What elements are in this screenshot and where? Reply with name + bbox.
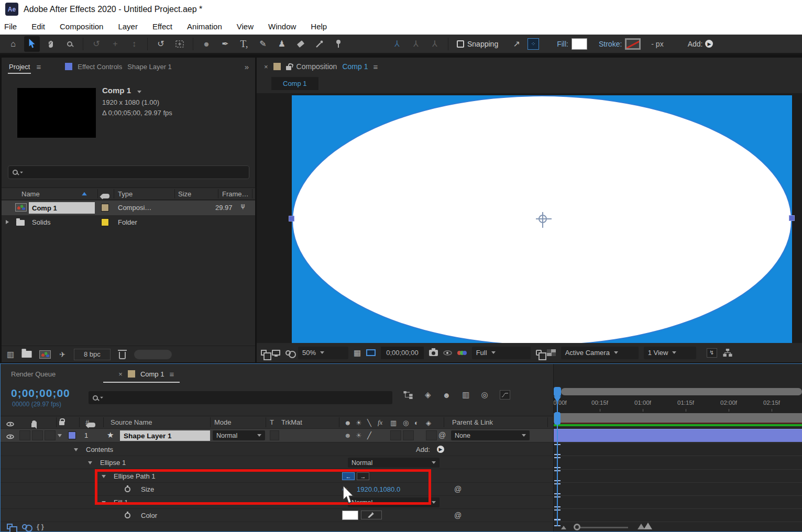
fill-color-swatch[interactable]	[342, 511, 358, 520]
viewer-panel-title[interactable]: Composition	[296, 62, 337, 71]
viewer-timecode[interactable]: 0;00;00;00	[381, 347, 423, 359]
column-frame-rate[interactable]: Frame…	[222, 190, 249, 198]
view-axis-mode-icon[interactable]: ⅄	[427, 36, 443, 52]
layer-row-shape-layer-1[interactable]: 1 ★ Shape Layer 1 Normal ☻ ☀ ╱ @ None	[1, 429, 553, 442]
fast-preview-icon[interactable]: ↯	[707, 348, 717, 358]
contents-row[interactable]: Contents Add: ▶	[1, 443, 553, 456]
timeline-timecode[interactable]: 0;00;00;00	[11, 387, 70, 400]
timeline-search-box[interactable]	[89, 391, 392, 404]
tab-comp1-view[interactable]: Comp 1	[271, 77, 318, 90]
work-area-bar[interactable]	[554, 413, 802, 423]
solo-cell[interactable]	[32, 430, 43, 440]
color-pickwhip-icon[interactable]: @	[454, 511, 462, 519]
close-icon[interactable]: ×	[118, 370, 123, 378]
menu-help[interactable]: Help	[311, 22, 327, 31]
snap-arrow-icon[interactable]: ↗	[509, 36, 524, 52]
menu-layer[interactable]: Layer	[118, 22, 138, 31]
menu-animation[interactable]: Animation	[187, 22, 222, 31]
menu-view[interactable]: View	[237, 22, 254, 31]
layer-visibility-eye-icon[interactable]	[6, 435, 14, 439]
column-parent-link[interactable]: Parent & Link	[452, 418, 493, 426]
color-row[interactable]: Color @	[1, 509, 553, 522]
effects-fx-icon[interactable]: fx	[378, 418, 382, 427]
playhead-head[interactable]	[554, 387, 561, 396]
interpret-footage-icon[interactable]: ▥	[7, 350, 14, 359]
composition-mini-flowchart-icon[interactable]	[403, 391, 413, 399]
parent-link-select[interactable]: None	[451, 430, 530, 440]
column-divider[interactable]	[114, 189, 114, 198]
menu-file[interactable]: File	[4, 22, 17, 31]
column-number[interactable]: #	[85, 418, 89, 426]
stereo-3d-icon[interactable]	[285, 350, 291, 356]
orbit-camera-tool-icon[interactable]: ↺	[89, 36, 104, 52]
search-options-caret-icon[interactable]	[20, 171, 23, 173]
column-divider[interactable]	[174, 189, 175, 198]
camera-tool-icon[interactable]	[172, 36, 188, 52]
timeline-search-input[interactable]	[105, 394, 388, 402]
time-ruler[interactable]: 0:00f 00:15f 01:00f 01:15f 02:00f 02:15f	[554, 395, 802, 413]
ellipse1-blend-mode-select[interactable]: Normal	[348, 458, 440, 468]
anchor-point[interactable]	[539, 215, 547, 223]
expand-layer-switches-icon[interactable]	[7, 524, 13, 529]
selection-handle-left[interactable]	[289, 216, 294, 221]
timeline-zoom-in-icon[interactable]	[644, 523, 652, 529]
lock-column-icon[interactable]	[59, 421, 64, 425]
project-item-name[interactable]: Comp 1	[29, 202, 95, 214]
menu-composition[interactable]: Composition	[60, 22, 103, 31]
viewer-panel-comp-name[interactable]: Comp 1	[342, 62, 368, 71]
tab-effect-controls[interactable]: Effect Controls	[78, 63, 122, 71]
show-snapshot-eye-icon[interactable]	[443, 350, 452, 356]
project-bpc-button[interactable]: 8 bpc	[74, 349, 111, 360]
transparency-grid-icon[interactable]	[547, 349, 556, 356]
selection-handle-right[interactable]	[789, 215, 795, 221]
audio-cell[interactable]	[19, 430, 30, 440]
contents-expander-icon[interactable]	[74, 448, 78, 451]
label-column-icon[interactable]	[103, 194, 109, 198]
sort-ascending-icon[interactable]	[82, 192, 87, 195]
layer-expander-icon[interactable]	[58, 434, 62, 437]
paper-plane-icon[interactable]: ✈	[59, 350, 65, 359]
column-trkmat[interactable]: TrkMat	[281, 418, 302, 426]
frame-blending-icon[interactable]: ▥	[462, 390, 469, 400]
column-mode[interactable]: Mode	[214, 418, 232, 426]
unlock-icon[interactable]	[286, 66, 291, 70]
frame-blend-switch-icon[interactable]: ▥	[390, 419, 397, 427]
snapping-checkbox[interactable]	[457, 40, 464, 48]
home-icon[interactable]: ⌂	[5, 36, 21, 52]
layer-quality-switch-icon[interactable]: ╱	[367, 431, 371, 439]
trkmat-cell[interactable]	[270, 430, 279, 440]
panel-menu-icon[interactable]: ≡	[36, 62, 41, 71]
eyedropper-icon[interactable]	[361, 511, 382, 519]
size-pickwhip-icon[interactable]: @	[454, 485, 462, 493]
eraser-tool-icon[interactable]	[293, 36, 309, 52]
collapse-transforms-icon[interactable]: ☀	[356, 419, 362, 427]
menu-window[interactable]: Window	[268, 22, 296, 31]
project-row-comp1[interactable]: Comp 1 Composi… 29.97 ⋔	[2, 201, 255, 215]
contents-add-label[interactable]: Add:	[416, 446, 430, 453]
threed-layer-switch-icon[interactable]: ◈	[426, 419, 431, 427]
expand-in-out-icon[interactable]: { }	[37, 523, 44, 530]
composition-viewport[interactable]	[257, 93, 802, 343]
ellipse1-label[interactable]: Ellipse 1	[100, 459, 126, 467]
color-label[interactable]: Color	[141, 512, 157, 519]
menu-edit[interactable]: Edit	[31, 22, 45, 31]
column-size[interactable]: Size	[178, 190, 191, 198]
column-divider[interactable]	[252, 189, 252, 198]
type-tool-icon[interactable]: T,	[236, 36, 252, 52]
tab-overflow-icon[interactable]: »	[245, 62, 249, 71]
quality-switch-icon[interactable]: ╲	[367, 419, 371, 427]
contents-label[interactable]: Contents	[86, 446, 113, 453]
expander-icon[interactable]	[6, 220, 9, 224]
menu-effect[interactable]: Effect	[152, 22, 172, 31]
trash-icon[interactable]	[119, 352, 126, 359]
tab-project[interactable]: Project	[8, 59, 31, 75]
parent-pickwhip-icon[interactable]: @	[438, 431, 446, 439]
fill-swatch[interactable]	[572, 38, 587, 50]
project-item-name[interactable]: Solids	[32, 218, 50, 226]
project-search-box[interactable]	[8, 165, 249, 179]
rotation-tool-icon[interactable]: ↺	[153, 36, 169, 52]
clone-stamp-tool-icon[interactable]: ♟	[274, 36, 290, 52]
snapshot-camera-icon[interactable]	[429, 350, 438, 356]
zoom-level-select[interactable]: 50%	[298, 347, 348, 359]
show-channel-icon[interactable]	[457, 351, 467, 355]
